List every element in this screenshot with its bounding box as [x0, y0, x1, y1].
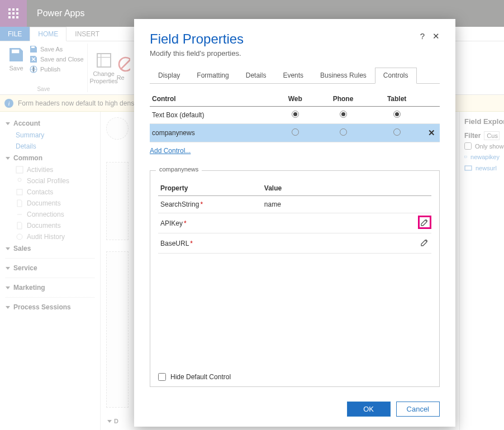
save-as-icon: [29, 45, 38, 54]
section-placeholder-1: [106, 162, 129, 240]
svg-point-15: [17, 234, 22, 240]
radio-tablet[interactable]: [393, 128, 401, 136]
dialog-body: Control Web Phone Tablet Text Box (defau…: [134, 84, 455, 395]
dialog-header: Field Properties Modify this field's pro…: [134, 19, 455, 63]
save-button[interactable]: Save: [3, 44, 29, 74]
dialog-title: Field Properties: [150, 31, 244, 47]
tab-controls[interactable]: Controls: [375, 68, 417, 84]
radio-phone[interactable]: [340, 111, 347, 118]
svg-rect-2: [16, 8, 18, 11]
info-icon: i: [4, 99, 13, 108]
save-and-close-button[interactable]: Save and Close: [29, 55, 84, 64]
dialog-footer: OK Cancel: [134, 395, 455, 427]
edit-apikey-button[interactable]: [420, 218, 429, 227]
doc-icon: [16, 199, 23, 207]
col-property: Property: [158, 181, 262, 196]
hide-default-checkbox[interactable]: [158, 373, 166, 381]
doc-icon: [16, 222, 23, 230]
remove-control-button[interactable]: ✕: [428, 128, 435, 137]
save-icon: [7, 46, 25, 64]
waffle-icon: [8, 8, 18, 18]
tab-events[interactable]: Events: [274, 68, 312, 83]
ok-button[interactable]: OK: [347, 402, 391, 417]
tab-display[interactable]: Display: [150, 68, 188, 83]
close-button[interactable]: ✕: [432, 31, 440, 41]
filter-dropdown[interactable]: Cus: [484, 131, 500, 140]
nav-item-connections[interactable]: Connections: [0, 209, 100, 220]
svg-rect-16: [464, 156, 467, 158]
only-show-input[interactable]: [464, 142, 472, 150]
save-close-icon: [29, 55, 38, 64]
nav-section-service[interactable]: Service: [0, 262, 100, 274]
properties-table: Property Value SearchString* name APIKey…: [158, 181, 431, 254]
radio-web[interactable]: [292, 128, 299, 136]
properties-legend: companynews: [156, 166, 202, 173]
nav-item-social[interactable]: Social Profiles: [0, 175, 100, 187]
ribbon-truncated-button[interactable]: Re: [117, 44, 130, 92]
radio-phone[interactable]: [340, 128, 347, 136]
change-properties-label: Change Properties: [90, 70, 118, 84]
section-placeholder-2: [106, 251, 129, 408]
svg-rect-6: [8, 16, 11, 18]
ribbon-tab-home[interactable]: HOME: [30, 27, 66, 41]
nav-item-details[interactable]: Details: [0, 141, 100, 152]
ribbon-tab-insert[interactable]: INSERT: [66, 27, 108, 41]
field-properties-dialog: Field Properties Modify this field's pro…: [134, 19, 455, 427]
svg-point-13: [18, 178, 21, 181]
nav-section-process[interactable]: Process Sessions: [0, 301, 100, 313]
app-title: Power Apps: [37, 8, 84, 18]
contact-icon: [16, 188, 23, 196]
publish-icon: [29, 65, 38, 74]
nav-section-sales[interactable]: Sales: [0, 242, 100, 255]
radio-web[interactable]: [292, 111, 299, 118]
add-control-link[interactable]: Add Control...: [150, 147, 191, 155]
properties-icon: [95, 51, 113, 69]
nav-section-account[interactable]: Account: [0, 117, 100, 130]
dialog-subtitle: Modify this field's properties.: [150, 49, 244, 58]
hide-default-control-row: Hide Default Control: [158, 373, 431, 381]
ribbon-file-tab[interactable]: FILE: [0, 27, 30, 41]
field-newsurl[interactable]: newsurl: [464, 164, 500, 172]
only-show-checkbox[interactable]: Only show u: [464, 142, 500, 150]
svg-rect-12: [16, 166, 23, 173]
cancel-button[interactable]: Cancel: [396, 402, 440, 417]
nav-section-marketing[interactable]: Marketing: [0, 281, 100, 294]
dialog-tabs: Display Formatting Details Events Busine…: [150, 68, 440, 84]
control-row-companynews[interactable]: companynews ✕: [150, 124, 440, 142]
col-control: Control: [150, 92, 275, 107]
edit-baseurl-button[interactable]: [420, 238, 429, 247]
left-nav: Account Summary Details Common Activitie…: [0, 112, 101, 430]
change-properties-button[interactable]: Change Properties: [91, 44, 117, 92]
svg-rect-7: [12, 16, 15, 18]
field-newapikey[interactable]: newapikey: [464, 153, 500, 161]
tab-formatting[interactable]: Formatting: [188, 68, 237, 83]
field-icon: [464, 164, 472, 172]
publish-button[interactable]: Publish: [29, 65, 84, 74]
svg-rect-5: [16, 12, 18, 15]
section-collapse[interactable]: D: [107, 418, 118, 424]
tab-business-rules[interactable]: Business Rules: [312, 68, 375, 83]
nav-item-summary[interactable]: Summary: [0, 130, 100, 141]
nav-item-activities[interactable]: Activities: [0, 164, 100, 175]
nav-section-common[interactable]: Common: [0, 152, 100, 164]
help-button[interactable]: ?: [420, 31, 425, 41]
nav-item-contacts[interactable]: Contacts: [0, 187, 100, 198]
control-row-textbox[interactable]: Text Box (default): [150, 107, 440, 124]
field-explorer: Field Explorer Filter Cus Only show u ne…: [459, 112, 504, 430]
col-phone: Phone: [316, 92, 371, 107]
col-value: Value: [262, 181, 411, 196]
pencil-icon: [420, 218, 429, 227]
radio-tablet[interactable]: [393, 111, 401, 118]
link-icon: [16, 211, 23, 218]
app-launcher-button[interactable]: [0, 0, 27, 27]
svg-rect-14: [17, 189, 22, 195]
nav-item-documents-1[interactable]: Documents: [0, 198, 100, 209]
avatar-placeholder: [106, 117, 129, 140]
control-properties-box: companynews Property Value SearchString*…: [150, 170, 440, 387]
col-tablet: Tablet: [370, 92, 423, 107]
pencil-icon: [420, 238, 429, 247]
nav-item-documents-2[interactable]: Documents: [0, 220, 100, 231]
nav-item-audit[interactable]: Audit History: [0, 231, 100, 242]
tab-details[interactable]: Details: [237, 68, 275, 83]
save-as-button[interactable]: Save As: [29, 45, 84, 54]
